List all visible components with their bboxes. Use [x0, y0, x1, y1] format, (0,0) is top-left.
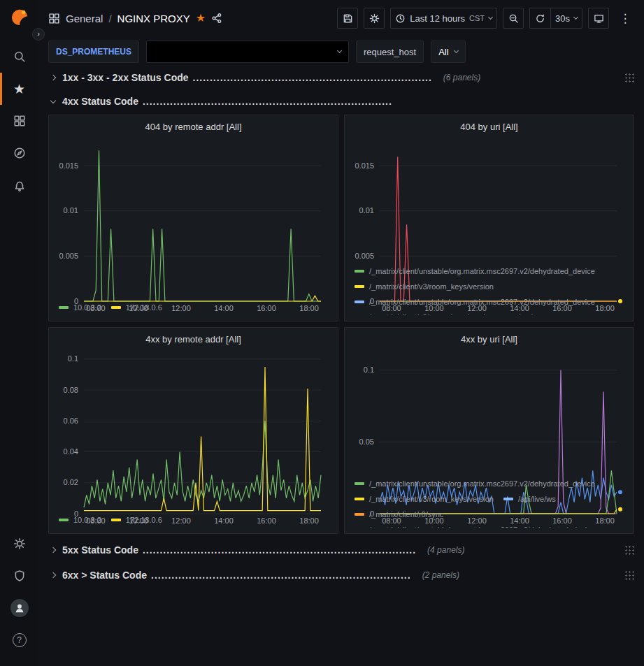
time-series-chart[interactable]: 00.0050.010.01508:0010:0012:0014:0016:00…: [350, 135, 628, 262]
panel-4xx-by-uri: 4xx by uri [All] 00.050.108:0010:0012:00…: [344, 327, 634, 534]
chevron-right-icon: [50, 572, 56, 578]
legend-swatch: [503, 498, 513, 500]
refresh-icon: [535, 13, 545, 24]
favorite-star-icon[interactable]: ★: [196, 13, 206, 24]
dashboard-row-5xx[interactable]: 5xx Status Code ........................…: [48, 541, 634, 559]
legend-label: /_matrix/client/r0/sync: [369, 510, 443, 519]
legend-label: /_matrix/client/v3/room_keys/version: [369, 282, 494, 291]
chevron-down-icon: [488, 15, 493, 20]
dashboard-settings-button[interactable]: [364, 8, 385, 29]
avatar: [10, 599, 29, 617]
panel-title[interactable]: 404 by remote addr [All]: [55, 120, 332, 135]
legend-item[interactable]: /_matrix/client/unstable/org.matrix.msc2…: [355, 522, 595, 528]
panel-404-by-remote-addr: 404 by remote addr [All] 00.0050.010.015…: [48, 115, 338, 321]
time-series-chart[interactable]: 00.020.040.060.080.108:0010:0012:0014:00…: [55, 347, 332, 511]
sidebar-item-configuration[interactable]: [0, 528, 38, 560]
tv-mode-button[interactable]: [588, 8, 609, 29]
time-series-chart[interactable]: 00.050.108:0010:0012:0014:0016:0018:00: [350, 347, 628, 475]
refresh-button[interactable]: [529, 8, 550, 29]
dashboard-row-4xx[interactable]: 4xx Status Code ........................…: [48, 92, 634, 110]
breadcrumb: General / NGINX PROXY: [66, 13, 190, 24]
row-panel-count: (4 panels): [427, 545, 464, 555]
svg-text:0.005: 0.005: [355, 252, 374, 260]
legend-swatch: [59, 306, 69, 309]
svg-text:0.1: 0.1: [364, 365, 374, 374]
legend-item[interactable]: /_matrix/client/unstable/org.matrix.msc2…: [355, 476, 595, 491]
chart-canvas: 00.020.040.060.080.108:0010:0012:0014:00…: [55, 347, 332, 526]
svg-text:0.005: 0.005: [59, 252, 78, 260]
compass-icon: [13, 147, 26, 159]
legend-label: /sw.js: [518, 313, 537, 315]
legend-item[interactable]: /sw.js: [503, 310, 537, 315]
series-line: [84, 150, 321, 301]
chevron-down-icon: [50, 97, 56, 103]
refresh-interval-select[interactable]: 30s: [550, 8, 582, 29]
sidebar: ★ ?: [0, 0, 38, 666]
save-dashboard-button[interactable]: [337, 8, 358, 29]
legend-item[interactable]: 172.18.0.6: [111, 512, 162, 528]
time-range-picker[interactable]: Last 12 hours CST: [390, 8, 497, 29]
svg-text:0.02: 0.02: [64, 478, 78, 486]
grafana-logo[interactable]: [9, 7, 30, 28]
legend-swatch: [355, 285, 364, 288]
legend-item[interactable]: /_matrix/client/unstable/org.matrix.msc2…: [355, 263, 595, 279]
row-title: 4xx Status Code: [62, 96, 138, 107]
svg-text:0.01: 0.01: [64, 206, 78, 215]
legend-label: 10.0.3.2: [73, 303, 101, 312]
chevron-down-icon: [454, 48, 459, 53]
row-drag-handle[interactable]: [624, 73, 634, 82]
dashboard-row-6xx[interactable]: 6xx > Status Code ......................…: [48, 566, 634, 584]
svg-text:0.08: 0.08: [64, 386, 78, 394]
legend-swatch: [355, 270, 364, 273]
legend-item[interactable]: /_matrix/client/v3/room_keys/version: [355, 310, 494, 315]
legend-label: 172.18.0.6: [126, 516, 162, 524]
breadcrumb-section[interactable]: General: [66, 13, 103, 24]
legend-item[interactable]: /_matrix/client/v3/room_keys/version: [355, 491, 494, 507]
sidebar-item-starred[interactable]: ★: [0, 73, 38, 105]
row-drag-handle[interactable]: [624, 570, 634, 580]
time-series-chart[interactable]: 00.0050.010.01508:0010:0012:0014:0016:00…: [55, 135, 332, 298]
zoom-out-button[interactable]: [503, 8, 524, 29]
legend-label: /_matrix/client/unstable/org.matrix.msc2…: [369, 479, 595, 488]
row-drag-handle[interactable]: [624, 545, 634, 555]
datasource-variable-value-select[interactable]: [146, 41, 349, 63]
share-icon[interactable]: [211, 13, 222, 24]
request-host-variable-label: request_host: [356, 41, 424, 63]
sidebar-item-dashboards[interactable]: [0, 105, 38, 137]
legend-label: /_matrix/client/unstable/org.matrix.msc2…: [369, 267, 595, 275]
monitor-icon: [594, 13, 604, 24]
svg-text:0.04: 0.04: [64, 447, 78, 456]
legend-label: /_matrix/client/v3/room_keys/version: [369, 313, 494, 315]
sidebar-item-search[interactable]: [0, 41, 38, 73]
datasource-variable-label[interactable]: DS_PROMETHEUS: [48, 41, 139, 63]
svg-text:0.06: 0.06: [64, 417, 78, 425]
legend-item[interactable]: 172.18.0.6: [111, 300, 162, 315]
request-host-variable-select[interactable]: All: [431, 41, 465, 63]
legend-item[interactable]: 10.0.3.2: [59, 300, 101, 315]
legend-item[interactable]: /_matrix/client/r0/sync: [355, 507, 443, 522]
dashboards-grid-icon: [13, 115, 26, 127]
top-navbar: General / NGINX PROXY ★ Last 12 hours CS…: [38, 0, 644, 36]
dashboard-row-1xx-3xx-2xx[interactable]: 1xx - 3xx - 2xx Status Code ............…: [48, 68, 634, 87]
chart-canvas: 00.0050.010.01508:0010:0012:0014:0016:00…: [55, 135, 332, 314]
sidebar-expand-toggle[interactable]: ›: [32, 28, 45, 41]
panel-title[interactable]: 4xx by remote addr [All]: [55, 332, 332, 347]
legend-item[interactable]: /_matrix/client/unstable/org.matrix.msc2…: [355, 294, 595, 310]
page-title[interactable]: NGINX PROXY: [117, 13, 190, 24]
panel-legend: 10.0.3.2172.18.0.6: [55, 298, 332, 315]
legend-item[interactable]: /_matrix/client/v3/room_keys/version: [355, 279, 494, 294]
sidebar-item-help[interactable]: ?: [0, 624, 38, 656]
sidebar-item-alerting[interactable]: [0, 169, 38, 201]
sidebar-item-server-admin[interactable]: [0, 560, 38, 592]
gear-icon: [13, 537, 26, 550]
legend-label: /_matrix/client/unstable/org.matrix.msc2…: [369, 298, 595, 306]
legend-item[interactable]: /api/live/ws: [503, 491, 556, 507]
legend-item[interactable]: 10.0.3.2: [59, 512, 101, 528]
more-options-button[interactable]: ⋮: [615, 8, 636, 29]
panel-title[interactable]: 404 by uri [All]: [350, 120, 628, 135]
legend-swatch: [355, 301, 364, 303]
panel-title[interactable]: 4xx by uri [All]: [350, 332, 628, 347]
sidebar-item-explore[interactable]: [0, 137, 38, 169]
sidebar-item-profile[interactable]: [0, 592, 38, 624]
svg-text:0.01: 0.01: [359, 206, 374, 215]
